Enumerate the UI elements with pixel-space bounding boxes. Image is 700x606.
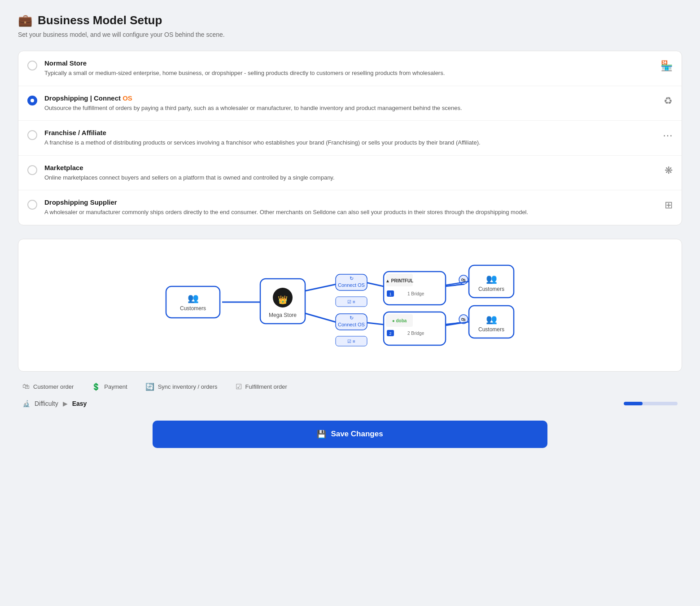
- option-content-dropshipping-supplier: Dropshipping Supplier A wholesaler or ma…: [44, 198, 657, 217]
- payment-icon: 💲: [92, 382, 101, 391]
- doba-logo-text: ● doba: [392, 318, 407, 323]
- page-header: 💼 Business Model Setup: [18, 13, 682, 27]
- option-title-dropshipping-connect: Dropshipping | Connect OS: [44, 94, 656, 102]
- marketplace-icon: ❋: [665, 165, 673, 176]
- fulfillment-icon: ☑: [236, 382, 242, 391]
- difficulty-left: 🔬 Difficulty ▶ Easy: [22, 400, 87, 407]
- radio-dropshipping-connect[interactable]: [27, 96, 37, 105]
- legend-fulfillment: ☑ Fulfillment order: [236, 382, 287, 391]
- difficulty-bar: [624, 402, 678, 405]
- customers-left-label: Customers: [180, 305, 206, 312]
- customers-right-bottom-label: Customers: [478, 326, 504, 333]
- fulfillment-badge-upper: ☑ ≡: [347, 299, 355, 304]
- sync-icon: 🔄: [145, 382, 154, 391]
- diagram-svg: 👥 Customers 👑 Mega Store ↻ Connect OS ↻ …: [27, 253, 673, 360]
- customers-right-bottom-icon: 👥: [486, 314, 497, 325]
- os-badge: OS: [122, 94, 132, 102]
- supplier-icon: ⊞: [665, 199, 673, 211]
- customers-right-top-icon: 👥: [486, 273, 497, 284]
- option-normal-store[interactable]: Normal Store Typically a small or medium…: [18, 51, 682, 86]
- option-title-franchise: Franchise / Affiliate: [44, 129, 656, 136]
- svg-line-2: [305, 313, 337, 322]
- radio-normal-store[interactable]: [27, 61, 37, 70]
- printful-bridge-num: 1: [389, 292, 391, 296]
- difficulty-value: Easy: [72, 400, 87, 407]
- page-subtitle: Set your business model, and we will con…: [18, 31, 682, 38]
- option-content-marketplace: Marketplace Online marketplaces connect …: [44, 164, 657, 182]
- option-franchise[interactable]: Franchise / Affiliate A franchise is a m…: [18, 121, 682, 156]
- printful-logo-text: ▲ PRINTFUL: [385, 278, 413, 283]
- save-label: Save Changes: [331, 430, 383, 439]
- option-dropshipping-connect[interactable]: Dropshipping | Connect OS Outsource the …: [18, 86, 682, 121]
- shop-bag-lower: 🛍: [461, 317, 466, 322]
- save-changes-button[interactable]: 💾 Save Changes: [153, 421, 547, 448]
- connect-os-upper-icon: ↻: [350, 276, 354, 281]
- legend-payment-label: Payment: [104, 383, 127, 390]
- legend-fulfillment-label: Fulfillment order: [245, 383, 287, 390]
- option-desc-normal-store: Typically a small or medium-sized enterp…: [44, 69, 653, 78]
- doba-bridge-label: 2 Bridge: [407, 331, 424, 336]
- option-content-normal-store: Normal Store Typically a small or medium…: [44, 59, 653, 78]
- option-marketplace[interactable]: Marketplace Online marketplaces connect …: [18, 156, 682, 191]
- difficulty-fill: [624, 402, 643, 405]
- recycle-icon: ♻: [664, 95, 673, 107]
- connect-os-upper-label: Connect OS: [338, 282, 365, 288]
- store-icon: 🏪: [661, 60, 673, 72]
- legend-payment: 💲 Payment: [92, 382, 127, 391]
- difficulty-icon: 🔬: [22, 400, 30, 407]
- legend-sync-label: Sync inventory / orders: [158, 383, 218, 390]
- option-content-franchise: Franchise / Affiliate A franchise is a m…: [44, 129, 656, 147]
- option-desc-dropshipping-supplier: A wholesaler or manufacturer commonly sh…: [44, 208, 657, 217]
- shopping-bag-icon: 🛍: [22, 382, 30, 391]
- page-title: Business Model Setup: [38, 13, 162, 27]
- connect-os-lower-icon: ↻: [350, 315, 354, 321]
- legend-customer-order-label: Customer order: [33, 383, 74, 390]
- legend-area: 🛍 Customer order 💲 Payment 🔄 Sync invent…: [18, 382, 682, 391]
- option-title-dropshipping-supplier: Dropshipping Supplier: [44, 198, 657, 206]
- svg-line-1: [305, 284, 337, 291]
- mega-store-label: Mega Store: [269, 312, 297, 318]
- fulfillment-badge-lower: ☑ ≡: [347, 339, 355, 344]
- briefcase-icon: 💼: [18, 13, 32, 27]
- option-desc-dropshipping-connect: Outsource the fulfillment of orders by p…: [44, 104, 656, 113]
- business-model-options: Normal Store Typically a small or medium…: [18, 51, 682, 225]
- radio-dropshipping-supplier[interactable]: [27, 200, 37, 210]
- option-desc-marketplace: Online marketplaces connect buyers and s…: [44, 173, 657, 182]
- legend-customer-order: 🛍 Customer order: [22, 382, 74, 391]
- radio-franchise[interactable]: [27, 130, 37, 140]
- option-dropshipping-supplier[interactable]: Dropshipping Supplier A wholesaler or ma…: [18, 190, 682, 225]
- difficulty-label: Difficulty: [35, 400, 58, 407]
- save-icon: 💾: [317, 430, 326, 439]
- doba-bridge-num: 2: [389, 331, 391, 336]
- difficulty-arrow: ▶: [63, 400, 68, 407]
- business-model-diagram: 👥 Customers 👑 Mega Store ↻ Connect OS ↻ …: [18, 239, 682, 372]
- printful-bridge-label: 1 Bridge: [407, 291, 424, 296]
- option-content-dropshipping-connect: Dropshipping | Connect OS Outsource the …: [44, 94, 656, 113]
- customers-right-top-label: Customers: [478, 286, 504, 292]
- radio-marketplace[interactable]: [27, 165, 37, 175]
- option-title-marketplace: Marketplace: [44, 164, 657, 171]
- option-title-normal-store: Normal Store: [44, 59, 653, 67]
- legend-sync-inventory: 🔄 Sync inventory / orders: [145, 382, 218, 391]
- franchise-icon: ⋯: [663, 130, 673, 141]
- option-desc-franchise: A franchise is a method of distributing …: [44, 138, 656, 147]
- difficulty-row: 🔬 Difficulty ▶ Easy: [18, 400, 682, 407]
- mega-store-logo: 👑: [278, 294, 288, 304]
- customers-left-icon: 👥: [188, 293, 199, 303]
- connect-os-lower-label: Connect OS: [338, 322, 365, 327]
